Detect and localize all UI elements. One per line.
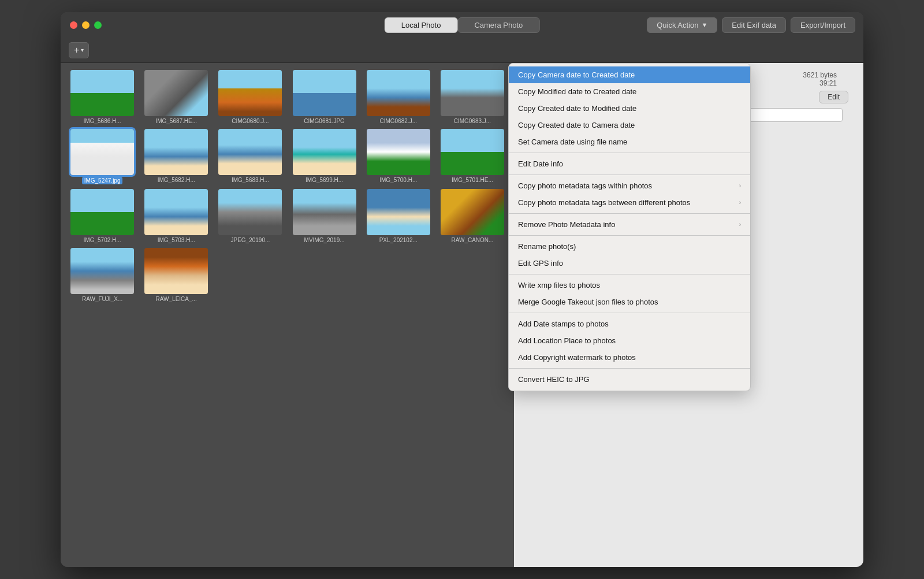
dropdown-item-add-date-stamps[interactable]: Add Date stamps to photos [509, 316, 750, 332]
photo-item-p10[interactable]: IMG_5699.H... [289, 129, 359, 184]
photo-thumb-p3 [218, 70, 282, 116]
photo-grid-panel: IMG_5686.H...IMG_5687.HE...CIMG0680.J...… [61, 63, 514, 567]
photo-label-p18: RAW_CANON... [451, 237, 493, 243]
photo-item-p15[interactable]: JPEG_20190... [215, 189, 285, 243]
dropdown-item-rename-photos[interactable]: Rename photo(s) [509, 238, 750, 255]
photo-label-p15: JPEG_20190... [230, 237, 270, 243]
main-content: IMG_5686.H...IMG_5687.HE...CIMG0680.J...… [61, 63, 863, 567]
photo-thumb-p16 [293, 189, 356, 235]
photo-item-p3[interactable]: CIMG0680.J... [215, 70, 285, 124]
photo-item-p5[interactable]: CIMG0682.J... [364, 70, 433, 124]
dropdown-item-edit-gps[interactable]: Edit GPS info [509, 255, 750, 272]
dropdown-item-copy-created-to-camera[interactable]: Copy Created date to Camera date [509, 117, 750, 133]
photo-item-p14[interactable]: IMG_5703.H... [141, 189, 211, 243]
photo-label-p16: MVIMG_2019... [304, 237, 345, 243]
traffic-lights [70, 21, 102, 29]
photo-label-p1: IMG_5686.H... [84, 118, 121, 124]
dropdown-divider [509, 235, 750, 236]
quick-action-button[interactable]: Quick Action ▼ [647, 17, 717, 33]
photo-item-p13[interactable]: IMG_5702.H... [68, 189, 137, 243]
photo-thumb-p10 [293, 129, 356, 175]
photo-item-p11[interactable]: IMG_5700.H... [364, 129, 433, 184]
photo-item-p16[interactable]: MVIMG_2019... [289, 189, 359, 243]
photo-label-p10: IMG_5699.H... [305, 177, 343, 183]
photo-item-p2[interactable]: IMG_5687.HE... [141, 70, 211, 124]
photo-label-p6: CIMG0683.J... [454, 118, 491, 124]
photo-thumb-p2 [144, 70, 208, 116]
quick-action-arrow-icon: ▼ [701, 21, 707, 28]
quick-action-dropdown: Copy Camera date to Created dateCopy Mod… [508, 63, 751, 391]
photo-thumb-p1 [70, 70, 134, 116]
dropdown-divider [509, 368, 750, 369]
photo-thumb-p8 [144, 129, 208, 175]
photo-label-p13: IMG_5702.H... [84, 237, 121, 243]
dropdown-divider [509, 175, 750, 175]
photo-thumb-p6 [441, 70, 504, 116]
plus-icon: + [74, 45, 79, 55]
dropdown-item-copy-modified-to-created[interactable]: Copy Modified date to Created date [509, 83, 750, 100]
photo-item-p8[interactable]: IMG_5682.H... [141, 129, 211, 184]
photo-item-p20[interactable]: RAW_LEICA_... [141, 248, 211, 302]
minimize-button[interactable] [82, 21, 90, 29]
photo-thumb-p4 [293, 70, 356, 116]
photo-thumb-p18 [441, 189, 504, 235]
photo-label-p7: IMG_5247.jpg [82, 177, 123, 184]
photo-label-p14: IMG_5703.H... [158, 237, 195, 243]
submenu-arrow-icon: › [739, 199, 741, 206]
toolbar: + ▾ [61, 38, 863, 63]
photo-thumb-p5 [367, 70, 430, 116]
photo-thumb-p19 [70, 248, 134, 294]
dropdown-divider [509, 153, 750, 153]
photo-label-p20: RAW_LEICA_... [156, 296, 197, 302]
title-bar: Local Photo Camera Photo Quick Action ▼ … [61, 12, 863, 38]
dropdown-item-remove-metadata[interactable]: Remove Photo Metadata info› [509, 216, 750, 233]
photo-thumb-p17 [367, 189, 430, 235]
photo-thumb-p9 [218, 129, 282, 175]
add-button[interactable]: + ▾ [69, 42, 89, 58]
dropdown-item-copy-created-to-modified[interactable]: Copy Created date to Modified date [509, 100, 750, 117]
export-import-button[interactable]: Export/Import [791, 17, 855, 33]
photo-item-p1[interactable]: IMG_5686.H... [68, 70, 137, 124]
photo-thumb-p15 [218, 189, 282, 235]
photo-label-p8: IMG_5682.H... [158, 177, 195, 183]
photo-item-p12[interactable]: IMG_5701.HE... [438, 129, 507, 184]
dropdown-item-edit-date-info[interactable]: Edit Date info [509, 155, 750, 172]
photo-item-p19[interactable]: RAW_FUJI_X... [68, 248, 137, 302]
dropdown-item-convert-heic[interactable]: Convert HEIC to JPG [509, 371, 750, 388]
tab-local-photo[interactable]: Local Photo [385, 17, 458, 33]
edit-button[interactable]: Edit [819, 91, 848, 103]
tab-camera-photo[interactable]: Camera Photo [457, 17, 539, 33]
photo-item-p7[interactable]: IMG_5247.jpg [68, 129, 137, 184]
dropdown-item-add-location[interactable]: Add Location Place to photos [509, 332, 750, 349]
dropdown-item-copy-camera-to-created[interactable]: Copy Camera date to Created date [509, 66, 750, 83]
photo-label-p3: CIMG0680.J... [232, 118, 269, 124]
photo-label-p5: CIMG0682.J... [380, 118, 417, 124]
right-panel: 3621 bytes 39:21 Edit Copy Camera date t… [514, 63, 863, 567]
dropdown-item-copy-metadata-within[interactable]: Copy photo metadata tags within photos› [509, 177, 750, 194]
photo-thumb-p20 [144, 248, 208, 294]
add-dropdown-icon: ▾ [81, 47, 84, 53]
photo-thumb-p7 [70, 129, 134, 175]
edit-exif-button[interactable]: Edit Exif data [722, 17, 786, 33]
photo-item-p18[interactable]: RAW_CANON... [438, 189, 507, 243]
photo-item-p17[interactable]: PXL_202102... [364, 189, 433, 243]
photo-label-p9: IMG_5683.H... [232, 177, 269, 183]
dropdown-divider [509, 313, 750, 313]
dropdown-divider [509, 213, 750, 214]
photo-grid: IMG_5686.H...IMG_5687.HE...CIMG0680.J...… [68, 70, 507, 302]
close-button[interactable] [70, 21, 77, 29]
dropdown-item-merge-google[interactable]: Merge Google Takeout json files to photo… [509, 294, 750, 310]
dropdown-item-add-copyright[interactable]: Add Copyright watermark to photos [509, 349, 750, 366]
dropdown-item-write-xmp[interactable]: Write xmp files to photos [509, 277, 750, 294]
dropdown-divider [509, 274, 750, 274]
app-window: Local Photo Camera Photo Quick Action ▼ … [61, 12, 863, 567]
photo-thumb-p12 [441, 129, 504, 175]
tab-bar: Local Photo Camera Photo [385, 17, 540, 33]
photo-item-p6[interactable]: CIMG0683.J... [438, 70, 507, 124]
dropdown-item-set-camera-from-name[interactable]: Set Camera date using file name [509, 133, 750, 150]
photo-item-p4[interactable]: CIMG0681.JPG [289, 70, 359, 124]
photo-item-p9[interactable]: IMG_5683.H... [215, 129, 285, 184]
submenu-arrow-icon: › [739, 183, 741, 189]
dropdown-item-copy-metadata-between[interactable]: Copy photo metadata tags between differe… [509, 194, 750, 211]
maximize-button[interactable] [94, 21, 102, 29]
